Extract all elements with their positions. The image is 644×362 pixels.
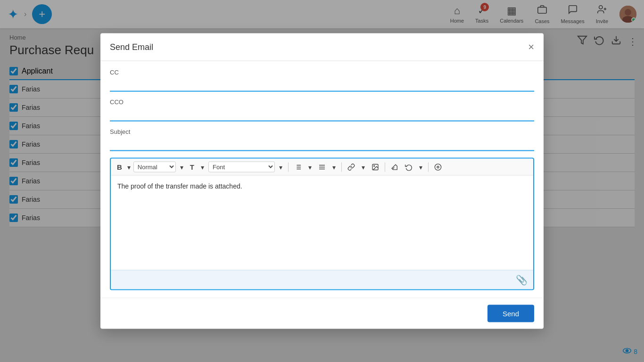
style-dropdown-arrow[interactable]: ▾ [178, 162, 186, 172]
send-button[interactable]: Send [487, 305, 534, 322]
cco-label: CCO [110, 99, 534, 106]
link-dropdown-arrow[interactable]: ▾ [359, 162, 367, 172]
font-select[interactable]: Font Arial Times New Roman Courier [208, 162, 275, 173]
image-button[interactable] [369, 162, 381, 172]
align-button[interactable] [316, 162, 328, 172]
palette-button[interactable] [432, 162, 444, 172]
bold-button[interactable]: B [115, 162, 124, 173]
email-body-text: The proof of the transfer made is attach… [117, 182, 242, 190]
eraser-button[interactable] [388, 162, 401, 172]
text-style-select[interactable]: Normal Heading 1 Heading 2 [133, 162, 176, 173]
send-email-modal: Send Email × CC CCO Subject B ▾ N [100, 33, 544, 329]
font-size-button[interactable]: T [188, 162, 197, 173]
link-button[interactable] [345, 162, 357, 172]
cc-field: CC [110, 69, 534, 92]
editor-toolbar: B ▾ Normal Heading 1 Heading 2 ▾ T ▾ Fon… [111, 159, 533, 176]
cc-label: CC [110, 69, 534, 76]
cc-input[interactable] [110, 78, 534, 92]
svg-point-21 [437, 166, 439, 168]
divider [428, 162, 429, 172]
bold-dropdown-arrow[interactable]: ▾ [126, 162, 132, 172]
subject-input[interactable] [110, 137, 534, 151]
divider [385, 162, 385, 172]
subject-label: Subject [110, 128, 534, 135]
modal-header: Send Email × [100, 33, 544, 61]
font-dropdown-arrow[interactable]: ▾ [277, 162, 285, 172]
svg-point-20 [435, 164, 441, 170]
list-button[interactable] [292, 162, 304, 172]
subject-field: Subject [110, 128, 534, 151]
modal-close-button[interactable]: × [528, 41, 534, 53]
attach-icon[interactable]: 📎 [516, 274, 528, 286]
modal-footer: Send [100, 298, 544, 329]
modal-title: Send Email [110, 42, 153, 52]
editor-footer: 📎 [111, 270, 533, 289]
align-dropdown-arrow[interactable]: ▾ [330, 162, 338, 172]
email-body[interactable]: The proof of the transfer made is attach… [111, 176, 533, 270]
divider [288, 162, 289, 172]
email-editor: B ▾ Normal Heading 1 Heading 2 ▾ T ▾ Fon… [110, 158, 534, 290]
modal-body: CC CCO Subject B ▾ Normal Heading 1 Head [100, 61, 544, 298]
cco-field: CCO [110, 99, 534, 122]
list-dropdown-arrow[interactable]: ▾ [306, 162, 314, 172]
font-size-dropdown[interactable]: ▾ [198, 162, 206, 172]
divider [341, 162, 342, 172]
svg-point-19 [374, 165, 375, 166]
cco-input[interactable] [110, 107, 534, 122]
undo-dropdown-arrow[interactable]: ▾ [417, 162, 425, 172]
undo-button[interactable] [403, 162, 415, 172]
